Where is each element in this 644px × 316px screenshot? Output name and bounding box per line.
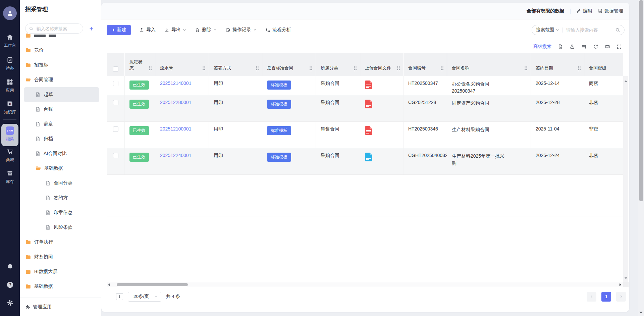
scroll-up-arrow[interactable] — [625, 80, 627, 82]
tree-item-risk-terms[interactable]: 风险条款 — [20, 220, 101, 235]
rail-item-knowledge[interactable]: AI 知识库 — [0, 100, 20, 115]
sign-date-cell: 2025-12-28 — [531, 95, 584, 121]
tree-item-finance[interactable]: 财务协同 — [20, 250, 101, 264]
fullscreen-icon[interactable] — [616, 44, 622, 49]
scroll-left-arrow[interactable] — [108, 283, 110, 286]
page-scroll-thumb[interactable] — [639, 0, 643, 201]
table-row[interactable]: 已生效 202512100001 用印 标准模板 销售合同 HT20250034… — [107, 122, 623, 148]
table-horizontal-scrollbar[interactable] — [107, 282, 623, 287]
stamp-icon[interactable] — [570, 44, 575, 49]
search-icon[interactable] — [615, 28, 620, 33]
tree-item-bi-dashboard[interactable]: BI数据大屏 — [20, 264, 101, 279]
tree-item-base-data-root[interactable]: 基础数据 — [20, 279, 101, 294]
rail-item-inventory[interactable]: 库存 — [0, 170, 20, 185]
help-button[interactable]: ? — [0, 281, 20, 288]
row-checkbox[interactable] — [113, 153, 118, 158]
tree-item-ledger[interactable]: 台账 — [20, 102, 101, 117]
column-menu-icon[interactable] — [524, 66, 527, 71]
add-node-button[interactable] — [87, 24, 96, 34]
contract-name-cell: 办公设备采购合同202500347 — [447, 76, 531, 95]
process-analysis-button[interactable]: 流程分析 — [265, 27, 291, 33]
rail-item-mall[interactable]: 商城 — [0, 148, 20, 163]
manage-apps-button[interactable]: 管理应用 — [20, 298, 101, 316]
row-checkbox[interactable] — [113, 81, 118, 86]
column-menu-icon[interactable] — [309, 66, 312, 71]
table-vertical-scrollbar[interactable] — [623, 76, 628, 282]
rail-item-srm-active[interactable]: SRM 招采 — [1, 124, 18, 146]
pdf-file-icon[interactable] — [365, 81, 399, 89]
next-page-button[interactable] — [616, 292, 626, 302]
serial-link[interactable]: 202512140001 — [160, 81, 191, 86]
serial-link[interactable]: 202512240001 — [160, 153, 191, 158]
tree-item-archive[interactable]: 归档 — [20, 131, 101, 146]
notifications-button[interactable] — [0, 263, 20, 270]
new-button[interactable]: 新建 — [107, 25, 131, 35]
user-icon — [6, 10, 14, 17]
current-page-button[interactable]: 1 — [601, 292, 611, 302]
table-row[interactable]: 已生效 202512280001 用印 标准模板 采购合同 CG20251228… — [107, 95, 623, 122]
select-all-checkbox[interactable] — [113, 66, 118, 72]
tree-item-contract-mgmt[interactable]: 合同管理 — [20, 72, 101, 87]
keyboard-icon[interactable] — [605, 44, 610, 49]
tree-item-seal[interactable]: 盖章 — [20, 117, 101, 131]
tree-item-signing-party[interactable]: 签约方 — [20, 191, 101, 205]
delete-button[interactable]: 删除 — [195, 27, 217, 33]
column-menu-icon[interactable] — [578, 66, 581, 71]
sidebar-title: 招采管理 — [25, 5, 48, 13]
search-scope-select[interactable]: 搜索范围 — [536, 27, 559, 33]
tree-item-draft-selected[interactable]: 起草 — [24, 87, 99, 102]
sign-type-cell: 用印 — [209, 76, 262, 95]
serial-link[interactable]: 202512100001 — [160, 126, 191, 131]
page-size-select[interactable]: 20条/页 — [128, 292, 161, 302]
edit-button[interactable]: 编辑 — [576, 8, 592, 14]
page-scroll-down-arrow[interactable] — [639, 312, 643, 314]
refresh-icon[interactable] — [593, 44, 598, 49]
scroll-right-arrow[interactable] — [620, 283, 621, 286]
scroll-down-arrow[interactable] — [625, 277, 627, 279]
column-menu-icon[interactable] — [354, 66, 357, 71]
page-scrollbar[interactable] — [638, 0, 644, 316]
export-button[interactable]: 导出 — [164, 27, 186, 33]
rail-item-workbench[interactable]: 工作台 — [0, 34, 20, 48]
table-row[interactable]: 已生效 202512140001 用印 标准模板 采购合同 HT20250034… — [107, 76, 623, 95]
rail-item-todo[interactable]: 待办 — [0, 56, 20, 71]
pdf-file-icon[interactable] — [365, 126, 399, 135]
rail-item-label: 招采 — [6, 137, 14, 142]
column-menu-icon[interactable] — [440, 66, 443, 71]
tree-item-bidding[interactable]: 竞价 — [20, 43, 101, 58]
advanced-search-link[interactable]: 高级搜索 — [533, 44, 551, 50]
avatar[interactable] — [3, 6, 17, 20]
doc-file-icon[interactable] — [365, 153, 399, 161]
tree-item-clipped[interactable] — [20, 34, 101, 43]
tree-item-ai-compare[interactable]: AI合同对比 — [20, 146, 101, 161]
tree-item-seal-info[interactable]: 印章信息 — [20, 205, 101, 220]
rail-item-label: 库存 — [6, 179, 14, 185]
row-checkbox[interactable] — [113, 126, 118, 132]
column-menu-icon[interactable] — [202, 66, 205, 71]
table-search-input[interactable] — [566, 27, 612, 33]
operation-records-button[interactable]: 操作记录 — [225, 27, 257, 33]
sidebar-search-input[interactable] — [36, 26, 79, 32]
tree-item-base-data[interactable]: 基础数据 — [20, 161, 101, 176]
column-menu-icon[interactable] — [149, 66, 152, 71]
serial-link[interactable]: 202512280001 — [160, 100, 191, 105]
row-checkbox[interactable] — [113, 100, 118, 105]
data-manage-button[interactable]: 数据管理 — [598, 8, 623, 14]
column-menu-icon[interactable] — [256, 66, 259, 71]
export-preview-icon[interactable] — [558, 44, 563, 49]
table-row[interactable]: 已生效 202512240001 用印 标准模板 采购合同 CGHT202504… — [107, 148, 623, 175]
sidebar-search[interactable] — [25, 23, 83, 34]
tree-item-order-exec[interactable]: 订单执行 — [20, 235, 101, 250]
secrecy-cell: 非密 — [584, 95, 623, 121]
row-height-button[interactable] — [116, 293, 123, 300]
settings-button[interactable] — [0, 299, 20, 307]
prev-page-button[interactable] — [587, 292, 596, 302]
tree-item-contract-category[interactable]: 合同分类 — [20, 176, 101, 191]
column-menu-icon[interactable] — [397, 66, 400, 71]
tree-item-tendering[interactable]: 招投标 — [20, 58, 101, 72]
column-settings-icon[interactable] — [581, 44, 587, 49]
pdf-file-icon[interactable] — [365, 100, 399, 108]
import-button[interactable]: 导入 — [139, 27, 156, 33]
rail-item-apps[interactable]: 应用 — [0, 78, 20, 93]
horizontal-scroll-thumb[interactable] — [117, 283, 188, 286]
